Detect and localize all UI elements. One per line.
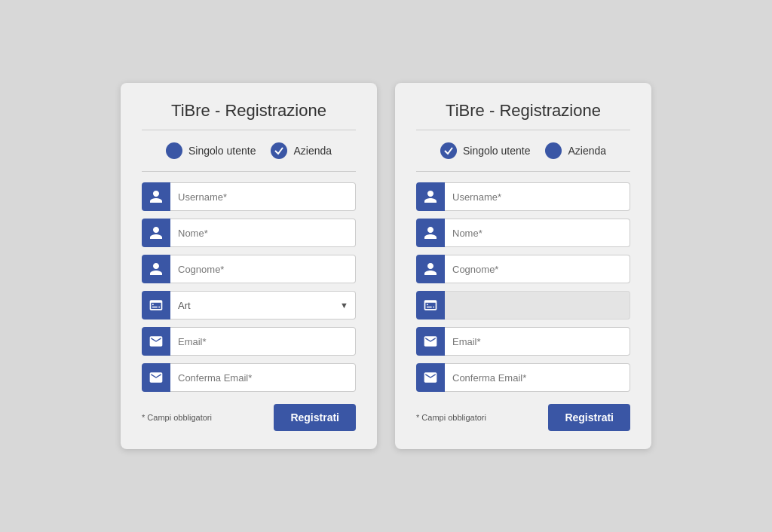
nome-input[interactable] [170,219,356,247]
card-azienda: TiBre - Registrazione Singolo utente Azi… [121,83,377,449]
form-group-cognome [142,255,356,283]
form-group-art-2 [416,291,630,320]
divider-top [142,130,356,130]
divider-bottom [142,171,356,172]
option-azienda[interactable]: Azienda [271,142,332,159]
nome-icon [142,219,170,247]
nome-input-2[interactable] [445,219,630,247]
divider-bottom-2 [416,171,630,172]
option-singolo-utente[interactable]: Singolo utente [166,142,256,159]
option-azienda-2[interactable]: Azienda [545,142,606,159]
card-singolo-title: TiBre - Registrazione [416,101,630,121]
form-group-nome-2 [416,219,630,247]
radio-group-azienda: Singolo utente Azienda [142,142,356,159]
email-icon-2 [416,327,445,356]
nome-icon-2 [416,219,445,247]
option-azienda-label: Azienda [293,145,332,157]
cognome-input[interactable] [170,255,356,283]
art-select-wrapper: Art Sig. Sig.ra ▼ [170,291,356,320]
email-input-2[interactable] [445,327,630,356]
radio-circle-singolo-2 [440,142,457,159]
radio-circle-azienda [271,142,287,159]
option-azienda-label-2: Azienda [568,145,606,157]
footer-note-azienda: * Campi obbligatori [142,413,212,422]
email-icon [142,327,170,356]
form-group-username-2 [416,182,630,211]
radio-group-singolo: Singolo utente Azienda [416,142,630,159]
art-select-2 [445,291,630,320]
footer-singolo: * Campi obbligatori Registrati [416,404,630,431]
card-singolo: TiBre - Registrazione Singolo utente Azi… [395,83,651,449]
username-input-2[interactable] [445,182,630,211]
form-group-username [142,182,356,211]
conferma-email-input-2[interactable] [445,363,630,392]
register-button-azienda[interactable]: Registrati [274,404,356,431]
cognome-icon [142,255,170,283]
username-icon [142,182,170,211]
form-group-email-2 [416,327,630,356]
cognome-input-2[interactable] [445,255,630,283]
radio-circle-azienda-2 [545,142,562,159]
card-azienda-title: TiBre - Registrazione [142,101,356,121]
footer-note-singolo: * Campi obbligatori [416,413,486,422]
conferma-email-input[interactable] [170,363,356,392]
form-group-art: Art Sig. Sig.ra ▼ [142,291,356,320]
email-input[interactable] [170,327,356,356]
option-singolo-label-2: Singolo utente [463,145,531,157]
form-group-nome [142,219,356,247]
art-icon-2 [416,291,445,320]
art-icon [142,291,170,320]
divider-top-2 [416,130,630,130]
form-group-cognome-2 [416,255,630,283]
option-singolo-utente-2[interactable]: Singolo utente [440,142,531,159]
username-input[interactable] [170,182,356,211]
art-select-wrapper-2 [445,291,630,320]
form-group-email [142,327,356,356]
username-icon-2 [416,182,445,211]
form-group-conferma-email-2 [416,363,630,392]
cognome-icon-2 [416,255,445,283]
footer-azienda: * Campi obbligatori Registrati [142,404,356,431]
form-group-conferma-email [142,363,356,392]
art-select[interactable]: Art Sig. Sig.ra [170,291,356,320]
option-singolo-label: Singolo utente [188,145,256,157]
conferma-email-icon [142,363,170,392]
register-button-singolo[interactable]: Registrati [548,404,630,431]
radio-circle-singolo [166,142,182,159]
conferma-email-icon-2 [416,363,445,392]
